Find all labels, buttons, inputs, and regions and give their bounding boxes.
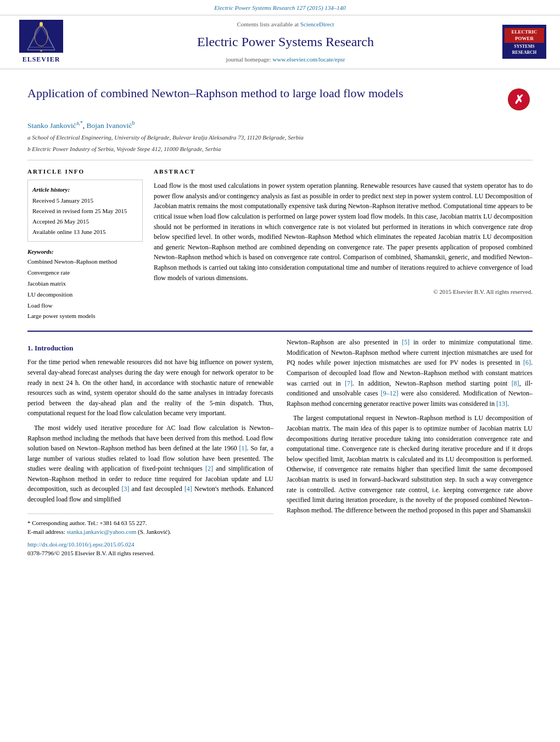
article-history-box: Article history: Received 5 January 2015…: [27, 180, 143, 242]
keywords-section: Keywords: Combined Newton–Raphson method…: [27, 247, 143, 322]
body-right-col: Newton–Raphson are also presented in [5]…: [287, 337, 533, 557]
keyword-4: LU decomposition: [27, 289, 143, 300]
author2-sup: b: [132, 120, 135, 126]
right-para1: Newton–Raphson are also presented in [5]…: [287, 337, 533, 409]
history-label: Article history:: [32, 185, 138, 195]
keyword-5: Load flow: [27, 300, 143, 311]
section1-para1: For the time period when renewable resou…: [27, 357, 273, 419]
crossmark-symbol: ✗: [508, 88, 530, 110]
main-content: Application of combined Newton–Raphson m…: [0, 69, 560, 569]
footnote-email: E-mail address: stanka.jankavic@yahoo.co…: [27, 527, 273, 537]
ref-8[interactable]: [8]: [512, 380, 519, 387]
epsr-logo-top: ELECTRIC POWER: [505, 28, 544, 43]
homepage-label: journal homepage: www.elsevier.com/locat…: [71, 55, 500, 64]
keyword-2: Convergence rate: [27, 267, 143, 278]
footnote-star: * Corresponding author. Tel.: +381 64 63…: [27, 518, 273, 528]
top-bar: Electric Power Systems Research 127 (201…: [0, 0, 560, 15]
keyword-1: Combined Newton–Raphson method: [27, 256, 143, 267]
keyword-3: Jacobian matrix: [27, 278, 143, 289]
abstract-text: Load flow is the most used calculations …: [154, 181, 533, 283]
ref-1[interactable]: [1]: [239, 444, 247, 452]
accepted-date: Accepted 26 May 2015: [32, 218, 89, 225]
ref-4[interactable]: [4]: [184, 485, 192, 493]
doi-link[interactable]: http://dx.doi.org/10.1016/j.epsr.2015.05…: [27, 541, 134, 548]
ref-9-12[interactable]: [9–12]: [380, 389, 398, 397]
article-title: Application of combined Newton–Raphson m…: [27, 86, 502, 102]
revised-date: Received in revised form 25 May 2015: [32, 208, 127, 214]
elsevier-logo: ELSEVIER: [11, 20, 71, 64]
footnote-email-link[interactable]: stanka.jankavic@yahoo.com: [66, 528, 136, 535]
ref-7[interactable]: [7]: [345, 380, 352, 387]
crossmark-badge: ✗: [508, 88, 533, 113]
ref-3[interactable]: [3]: [121, 485, 129, 493]
article-info-heading: ARTICLE INFO: [27, 167, 143, 176]
author1-link[interactable]: Stanko Janković: [27, 121, 76, 129]
keywords-list: Combined Newton–Raphson method Convergen…: [27, 256, 143, 322]
authors-line: Stanko Jankovića,*, Bojan Ivanovićb: [27, 119, 533, 131]
footnote-doi: http://dx.doi.org/10.1016/j.epsr.2015.05…: [27, 540, 273, 549]
journal-info-center: Contents lists available at ScienceDirec…: [71, 20, 500, 64]
author2-link[interactable]: Bojan Ivanović: [87, 121, 132, 129]
keyword-6: Large power system models: [27, 311, 143, 322]
journal-title: Electric Power Systems Research: [71, 32, 500, 52]
affiliation-b: b Electric Power Industry of Serbia, Voj…: [27, 144, 533, 154]
body-left-col: 1. Introduction For the time period when…: [27, 337, 273, 557]
section1-title: 1. Introduction: [27, 343, 273, 354]
sciencedirect-link[interactable]: ScienceDirect: [300, 21, 334, 27]
abstract-heading: ABSTRACT: [154, 167, 533, 176]
elsevier-text: ELSEVIER: [23, 54, 60, 64]
available-date: Available online 13 June 2015: [32, 228, 106, 235]
keywords-label: Keywords:: [27, 248, 54, 255]
journal-logo-right: ELECTRIC POWER SYSTEMS RESEARCH: [500, 25, 549, 59]
ref-13[interactable]: [13]: [496, 400, 507, 408]
info-abstract-columns: ARTICLE INFO Article history: Received 5…: [27, 167, 533, 322]
ref-6[interactable]: [6]: [523, 359, 531, 366]
footnote-section: * Corresponding author. Tel.: +381 64 63…: [27, 514, 273, 558]
divider-1: [27, 160, 533, 160]
homepage-url[interactable]: www.elsevier.com/locate/epsr: [273, 56, 345, 63]
body-columns: 1. Introduction For the time period when…: [27, 337, 533, 557]
section1-para2: The most widely used iterative procedure…: [27, 423, 273, 505]
author1-sup: a,*: [76, 120, 83, 126]
body-divider: [27, 331, 533, 332]
article-info-column: ARTICLE INFO Article history: Received 5…: [27, 167, 143, 322]
ref-2[interactable]: [2]: [205, 465, 213, 472]
elsevier-tree-image: [19, 20, 63, 53]
abstract-copyright: © 2015 Elsevier B.V. All rights reserved…: [154, 287, 533, 297]
received-date: Received 5 January 2015: [32, 197, 93, 204]
epsr-logo-bottom: SYSTEMS RESEARCH: [505, 44, 544, 55]
svg-text:✗: ✗: [514, 93, 524, 107]
affiliation-a: a School of Electrical Engineering, Univ…: [27, 133, 533, 142]
right-para2: The largest computational request in New…: [287, 413, 533, 515]
svg-point-5: [40, 22, 43, 26]
journal-header: ELSEVIER Contents lists available at Sci…: [0, 15, 560, 69]
ref-5[interactable]: [5]: [402, 338, 410, 346]
sciencedirect-label: Contents lists available at ScienceDirec…: [71, 20, 500, 29]
article-title-row: Application of combined Newton–Raphson m…: [27, 86, 533, 113]
journal-citation: Electric Power Systems Research 127 (201…: [214, 4, 346, 11]
epsr-logo-box: ELECTRIC POWER SYSTEMS RESEARCH: [502, 25, 546, 59]
footnote-copyright: 0378-7796/© 2015 Elsevier B.V. All right…: [27, 549, 273, 558]
abstract-column: ABSTRACT Load flow is the most used calc…: [154, 167, 533, 322]
